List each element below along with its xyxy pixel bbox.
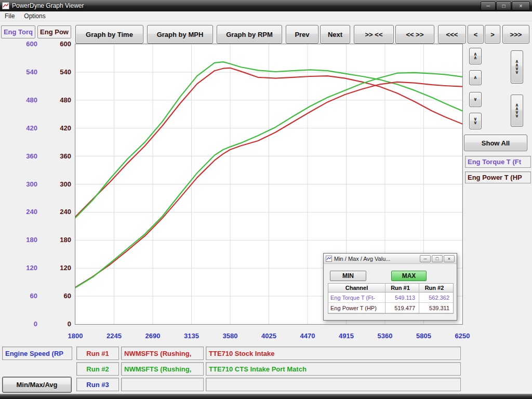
minmax-maximize-button[interactable]: □ bbox=[432, 255, 443, 262]
table-row: Eng Torque T (Ft- 549.113 562.362 bbox=[328, 292, 453, 303]
minmax-close-button[interactable]: × bbox=[444, 255, 455, 262]
scale-up-fast-button[interactable]: ∧ ∧ bbox=[469, 48, 482, 64]
minmax-minimize-button[interactable]: ─ bbox=[420, 255, 431, 262]
graph-by-rpm-button[interactable]: Graph by RPM bbox=[217, 25, 282, 44]
chevron-down-icon: ∨ bbox=[473, 98, 477, 101]
minmax-titlebar[interactable]: Min / Max / Avg Valu... ─ □ × bbox=[324, 254, 457, 264]
menu-file[interactable]: File bbox=[0, 11, 19, 21]
run2-label[interactable]: Run #2 bbox=[76, 362, 119, 376]
window-title: PowerDyne Graph Viewer bbox=[12, 2, 480, 9]
tab-eng-power[interactable]: Eng Pow bbox=[37, 25, 71, 38]
legend-eng-power[interactable]: Eng Power T (HP bbox=[465, 171, 531, 183]
rpm-axis-tick: 3580 bbox=[215, 332, 246, 340]
run3-description-field[interactable] bbox=[206, 378, 461, 391]
run3-operator-field[interactable] bbox=[121, 378, 204, 391]
scale-down-fast-button[interactable]: ∨ ∨ bbox=[469, 113, 482, 129]
x-channel-field[interactable]: Engine Speed (RP bbox=[2, 347, 72, 360]
rpm-axis-tick: 4470 bbox=[292, 332, 323, 340]
chevron-down-icon: ∨ bbox=[515, 114, 518, 118]
channel-cell: Eng Torque T (Ft- bbox=[328, 292, 385, 303]
rpm-axis-tick: 6250 bbox=[447, 332, 478, 340]
close-icon: × bbox=[448, 256, 450, 261]
chevron-up-icon: ∧ bbox=[473, 56, 477, 60]
power-axis-tick: 540 bbox=[40, 68, 71, 76]
chevron-down-icon: ∨ bbox=[473, 121, 477, 125]
run1-label[interactable]: Run #1 bbox=[76, 347, 119, 360]
powerdyne-window: PowerDyne Graph Viewer ─ □ × File Option… bbox=[0, 0, 532, 399]
run1-max-value: 549.113 bbox=[385, 292, 419, 303]
scroll-right-fast-button[interactable]: >>> bbox=[502, 25, 529, 44]
rpm-axis-tick: 4915 bbox=[331, 332, 362, 340]
tab-eng-torque[interactable]: Eng Torq bbox=[1, 25, 35, 38]
torque-axis-tick: 480 bbox=[6, 96, 37, 104]
power-axis-tick: 60 bbox=[40, 292, 71, 300]
torque-axis-tick: 360 bbox=[6, 152, 37, 161]
power-axis-tick: 600 bbox=[40, 40, 71, 48]
minmax-avg-button[interactable]: Min/Max/Avg bbox=[2, 377, 72, 393]
run2-max-value: 539.311 bbox=[419, 303, 453, 313]
power-axis-tick: 420 bbox=[40, 124, 71, 132]
graph-by-mph-button[interactable]: Graph by MPH bbox=[147, 25, 213, 44]
torque-axis-tick: 60 bbox=[6, 292, 37, 300]
chevron-up-icon: ∧ bbox=[473, 76, 477, 79]
table-row: Eng Power T (HP) 519.477 539.311 bbox=[328, 303, 453, 313]
maximize-icon: □ bbox=[502, 3, 505, 9]
run1-description-field[interactable]: TTE710 Stock Intake bbox=[206, 347, 461, 360]
run2-description-field[interactable]: TTE710 CTS Intake Port Match bbox=[206, 362, 461, 376]
scroll-left-button[interactable]: < bbox=[468, 25, 484, 44]
run1-max-value: 519.477 bbox=[385, 303, 419, 313]
show-all-button[interactable]: Show All bbox=[464, 135, 527, 151]
scale-down-button[interactable]: ∨ bbox=[469, 92, 482, 107]
prev-button[interactable]: Prev bbox=[286, 25, 318, 44]
menu-options[interactable]: Options bbox=[19, 11, 50, 21]
torque-axis-tick: 600 bbox=[6, 40, 37, 48]
minmax-window-icon bbox=[326, 256, 332, 262]
scale-up-button[interactable]: ∧ bbox=[469, 70, 482, 85]
chevron-down-icon: ∨ bbox=[515, 71, 518, 74]
scroll-right-button[interactable]: > bbox=[485, 25, 500, 44]
rpm-axis-tick: 5360 bbox=[369, 332, 401, 340]
torque-axis-tick: 180 bbox=[6, 236, 37, 244]
torque-axis-tick: 120 bbox=[6, 264, 37, 272]
compress-y-button[interactable]: ∧ ∧ ∨ ∨ bbox=[511, 95, 523, 127]
run3-label[interactable]: Run #3 bbox=[76, 378, 119, 391]
torque-axis-tick: 420 bbox=[6, 124, 37, 132]
graph-by-time-button[interactable]: Graph by Time bbox=[75, 25, 143, 44]
caption-buttons: ─ □ × bbox=[480, 2, 530, 10]
power-axis-tick: 480 bbox=[40, 96, 71, 104]
rpm-axis-tick: 1800 bbox=[60, 332, 91, 340]
scroll-left-fast-button[interactable]: <<< bbox=[438, 25, 466, 44]
run1-operator-field[interactable]: NWMSFTS (Rushing, bbox=[121, 347, 204, 360]
maximize-button[interactable]: □ bbox=[496, 2, 511, 10]
close-button[interactable]: × bbox=[512, 2, 530, 10]
titlebar: PowerDyne Graph Viewer ─ □ × bbox=[0, 0, 532, 11]
torque-axis-tick: 540 bbox=[6, 68, 37, 76]
rpm-axis-tick: 5805 bbox=[408, 332, 440, 340]
column-header-channel: Channel bbox=[328, 284, 385, 292]
expand-x-button[interactable]: << >> bbox=[395, 25, 434, 44]
min-button[interactable]: MIN bbox=[330, 271, 366, 281]
power-axis-tick: 0 bbox=[40, 320, 71, 328]
rpm-axis-tick: 2690 bbox=[137, 332, 168, 340]
torque-axis-tick: 240 bbox=[6, 208, 37, 216]
minimize-icon: ─ bbox=[423, 256, 427, 261]
column-header-run1: Run #1 bbox=[385, 284, 419, 292]
minimize-button[interactable]: ─ bbox=[481, 2, 496, 10]
run2-max-value: 562.362 bbox=[419, 292, 453, 303]
max-button[interactable]: MAX bbox=[391, 271, 427, 281]
expand-y-button[interactable]: ∧ ∧ ∨ ∨ bbox=[511, 50, 523, 84]
minmax-window[interactable]: Min / Max / Avg Valu... ─ □ × MIN MAX Ch… bbox=[323, 253, 457, 321]
minimize-icon: ─ bbox=[486, 3, 490, 9]
run2-operator-field[interactable]: NWMSFTS (Rushing, bbox=[121, 362, 204, 376]
rpm-axis-tick: 4025 bbox=[254, 332, 285, 340]
torque-axis-tick: 0 bbox=[6, 320, 37, 328]
next-button[interactable]: Next bbox=[320, 25, 350, 44]
torque-axis-tick: 300 bbox=[6, 180, 37, 189]
power-axis-tick: 240 bbox=[40, 208, 71, 216]
compress-x-button[interactable]: >> << bbox=[354, 25, 394, 44]
minmax-window-title: Min / Max / Avg Valu... bbox=[334, 256, 419, 262]
column-header-run2: Run #2 bbox=[419, 284, 453, 292]
minmax-table: Channel Run #1 Run #2 Eng Torque T (Ft- … bbox=[328, 283, 454, 314]
legend-eng-torque[interactable]: Eng Torque T (Ft bbox=[465, 156, 531, 168]
rpm-axis-tick: 2245 bbox=[99, 332, 130, 340]
